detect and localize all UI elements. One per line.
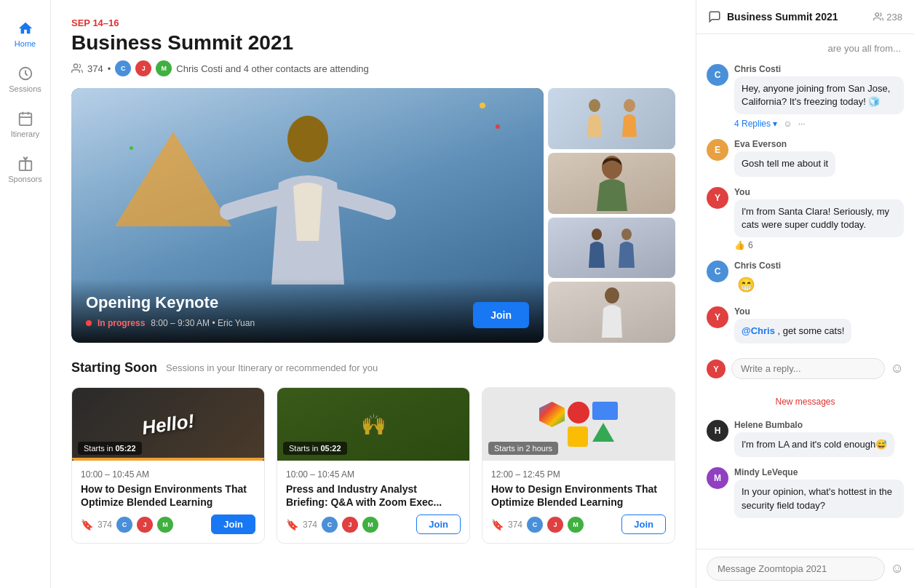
session-thumb-1: Hello! Starts in 05:22 [72, 388, 264, 461]
session-join-button-2[interactable]: Join [416, 514, 461, 534]
hero-join-button[interactable]: Join [473, 302, 529, 328]
replies-link[interactable]: 4 Replies ▾ [734, 119, 777, 129]
status-text: In progress [98, 318, 145, 328]
emoji-react-button[interactable]: ☺ [783, 119, 792, 129]
bubble-chris: Hey, anyone joining from San Jose, Calif… [734, 76, 904, 114]
bookmark-icon-2: 🔖 [286, 519, 298, 531]
attendee-avatar-2: J [135, 60, 151, 76]
attendee-text: Chris Costi and 4 other contacts are att… [176, 63, 368, 74]
sidebar-label-home: Home [15, 39, 36, 48]
thumbnail-woman [548, 153, 675, 214]
status-dot [86, 320, 92, 326]
svg-point-6 [624, 99, 635, 112]
bubble-mindy: In your opinion, what's hottest in the s… [734, 480, 904, 517]
message-group-mindy: M Mindy LeVeque In your opinion, what's … [707, 467, 904, 517]
session-time-3: 12:00 – 12:45 PM [491, 469, 666, 480]
avatar-you1: Y [707, 187, 728, 209]
bookmark-icon-1: 🔖 [81, 519, 93, 531]
sender-eva: Eva Everson [734, 139, 904, 149]
sessions-grid: Hello! Starts in 05:22 10:00 – 10:45 AM … [71, 387, 675, 544]
avatar-eva: E [707, 139, 728, 161]
event-attendees: 374 • C J M Chris Costi and 4 other cont… [71, 60, 675, 76]
keynote-status: In progress 8:00 – 9:30 AM • Eric Yuan [86, 318, 255, 328]
design-shapes [539, 402, 618, 447]
session-avatar-2b: J [342, 517, 358, 533]
sender-you1: You [734, 187, 904, 197]
replies-row: 4 Replies ▾ ☺ ··· [734, 119, 904, 129]
sender-chris2: Chris Costi [734, 261, 904, 271]
bubble-you1: I'm from Santa Clara! Seriously, my cats… [734, 199, 904, 237]
gift-icon [17, 156, 33, 172]
bubble-chris2: 😁 [734, 273, 758, 296]
avatar-chris2: C [707, 261, 728, 282]
reply-input[interactable] [731, 358, 885, 379]
chat-continuation: are you all from... [707, 43, 904, 54]
session-thumb-2: 🙌 Starts in 05:22 [277, 388, 469, 461]
chat-input[interactable] [707, 557, 885, 581]
more-options-button[interactable]: ··· [798, 119, 806, 129]
message-content-eva: Eva Everson Gosh tell me about it [734, 139, 904, 176]
sidebar-label-itinerary: Itinerary [11, 130, 40, 138]
shape-g [539, 402, 565, 427]
session-join-button-1[interactable]: Join [211, 514, 255, 534]
sidebar-label-sessions: Sessions [9, 84, 41, 93]
reaction-row: 👍 6 [734, 240, 904, 250]
avatar-reply: Y [707, 359, 726, 378]
session-avatar-2c: M [362, 517, 378, 533]
event-title: Business Summit 2021 [71, 31, 675, 55]
session-card-1: Hello! Starts in 05:22 10:00 – 10:45 AM … [71, 387, 265, 544]
sidebar: Home Sessions Itinerary Sponsors [0, 0, 51, 588]
session-avatar-1c: M [157, 517, 173, 533]
svg-point-10 [605, 287, 619, 303]
svg-point-4 [287, 116, 328, 162]
chat-title-group: Business Summit 2021 [708, 10, 838, 23]
message-group-you1: Y You I'm from Santa Clara! Seriously, m… [707, 187, 904, 250]
keynote-title: Opening Keynote [86, 293, 255, 312]
avatar-chris: C [707, 64, 728, 86]
attendee-avatar-1: C [115, 60, 131, 76]
svg-point-9 [621, 229, 632, 240]
band-figure [580, 97, 609, 140]
thumbnail-band [548, 88, 675, 149]
shape-square [568, 426, 588, 447]
section-subtitle: Sessions in your Itinerary or recommende… [166, 362, 378, 373]
sidebar-item-home[interactable]: Home [4, 15, 47, 54]
session-name-3: How to Design Environments That Optimize… [491, 482, 666, 509]
session-count-2: 🔖 374 C J M [286, 517, 378, 533]
sidebar-item-sponsors[interactable]: Sponsors [4, 150, 47, 189]
sender-helene: Helene Bumbalo [734, 420, 904, 430]
sender-chris: Chris Costi [734, 64, 904, 74]
session-join-button-3[interactable]: Join [621, 514, 666, 534]
sidebar-item-itinerary[interactable]: Itinerary [4, 105, 47, 144]
session-avatar-3a: C [527, 517, 543, 533]
session-count-3: 🔖 374 C J M [491, 517, 584, 533]
session-avatar-1b: J [137, 517, 153, 533]
keynote-time: 8:00 – 9:30 AM • Eric Yuan [151, 318, 255, 328]
chat-title: Business Summit 2021 [727, 11, 838, 23]
thumbnail-guitar [548, 282, 675, 343]
calendar-icon [17, 111, 33, 127]
message-group-eva: E Eva Everson Gosh tell me about it [707, 139, 904, 176]
message-content-you2: You @Chris , get some cats! [734, 306, 904, 343]
reply-emoji-button[interactable]: ☺ [891, 361, 904, 376]
chat-emoji-button[interactable]: ☺ [891, 561, 904, 576]
message-group-chris2: C Chris Costi 😁 [707, 261, 904, 296]
hero-main-image: Opening Keynote In progress 8:00 – 9:30 … [71, 88, 544, 343]
bubble-eva: Gosh tell me about it [734, 151, 835, 176]
main-content: SEP 14–16 Business Summit 2021 374 • C J… [51, 0, 696, 588]
reply-input-row: Y ☺ [707, 354, 904, 384]
message-content-chris2: Chris Costi 😁 [734, 261, 904, 296]
progress-bar-1 [72, 458, 264, 461]
sidebar-item-sessions[interactable]: Sessions [4, 60, 47, 99]
clock-icon [17, 65, 33, 82]
session-info-2: 10:00 – 10:45 AM Press and Industry Anal… [277, 461, 469, 543]
session-footer-2: 🔖 374 C J M Join [286, 514, 461, 534]
band-figure2 [615, 97, 644, 140]
avatar-mindy: M [707, 467, 728, 489]
hero-thumbnails [548, 88, 675, 343]
bubble-helene: I'm from LA and it's cold enough😅 [734, 432, 894, 457]
bubble-you2: @Chris , get some cats! [734, 319, 851, 343]
message-content-helene: Helene Bumbalo I'm from LA and it's cold… [734, 420, 904, 457]
new-messages-banner: New messages [707, 394, 904, 410]
chat-header: Business Summit 2021 238 [696, 0, 914, 34]
